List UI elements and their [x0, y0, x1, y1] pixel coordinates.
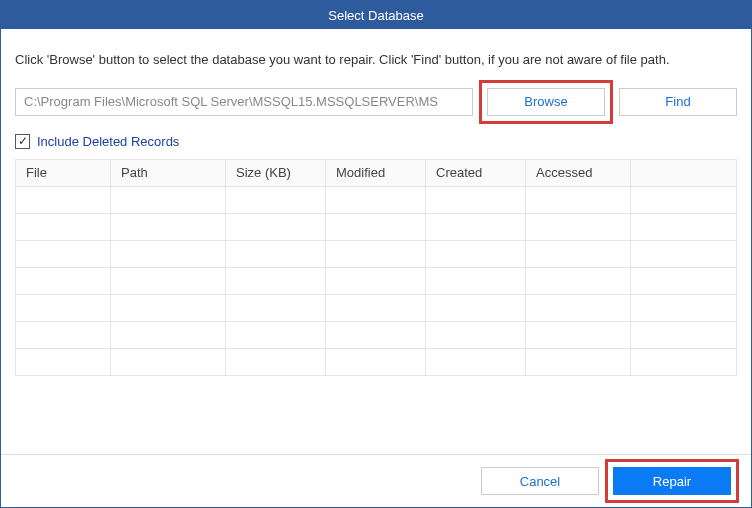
- table-row: [16, 321, 737, 348]
- table-row: [16, 186, 737, 213]
- dialog-footer: Cancel Repair: [1, 454, 751, 495]
- instruction-text: Click 'Browse' button to select the data…: [15, 51, 737, 70]
- repair-button[interactable]: Repair: [613, 467, 731, 495]
- include-deleted-label: Include Deleted Records: [37, 134, 179, 149]
- path-input[interactable]: [15, 88, 473, 116]
- table-row: [16, 213, 737, 240]
- title-bar: Select Database: [1, 1, 751, 29]
- table-header-row: File Path Size (KB) Modified Created Acc…: [16, 159, 737, 186]
- files-table: File Path Size (KB) Modified Created Acc…: [15, 159, 737, 376]
- col-file[interactable]: File: [16, 159, 111, 186]
- col-created[interactable]: Created: [426, 159, 526, 186]
- path-row: Browse Find: [15, 88, 737, 116]
- highlight-box-repair: Repair: [605, 459, 739, 503]
- highlight-box-browse: Browse: [479, 80, 613, 124]
- col-accessed[interactable]: Accessed: [526, 159, 631, 186]
- find-button[interactable]: Find: [619, 88, 737, 116]
- include-deleted-row: ✓ Include Deleted Records: [15, 134, 737, 149]
- dialog-title: Select Database: [328, 8, 423, 23]
- col-modified[interactable]: Modified: [326, 159, 426, 186]
- check-icon: ✓: [18, 135, 28, 147]
- col-size[interactable]: Size (KB): [226, 159, 326, 186]
- table-row: [16, 267, 737, 294]
- include-deleted-checkbox[interactable]: ✓: [15, 134, 30, 149]
- table-row: [16, 294, 737, 321]
- browse-button[interactable]: Browse: [487, 88, 605, 116]
- table-row: [16, 348, 737, 375]
- col-path[interactable]: Path: [111, 159, 226, 186]
- table-row: [16, 240, 737, 267]
- col-extra: [631, 159, 737, 186]
- cancel-button[interactable]: Cancel: [481, 467, 599, 495]
